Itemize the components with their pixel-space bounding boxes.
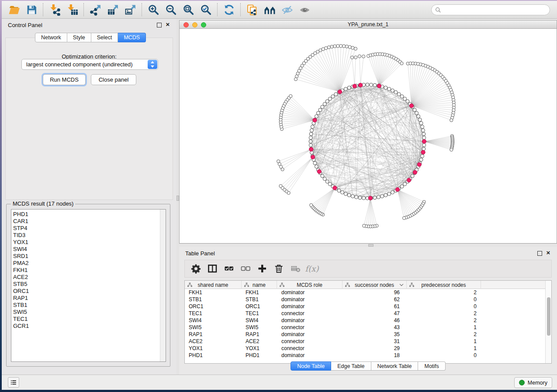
mcds-list-scrollbar[interactable]: [160, 210, 166, 361]
delete-column-icon[interactable]: [270, 262, 287, 276]
column-header-shared-name[interactable]: shared name: [185, 281, 242, 289]
add-column-icon[interactable]: [254, 262, 270, 276]
export-table-icon[interactable]: [104, 2, 121, 17]
mcds-result-list[interactable]: PHD1CAR1STP4TID3YOX1SWI4SRD1PMA2FKH1ACE2…: [11, 209, 166, 362]
zoom-selected-icon[interactable]: [197, 2, 214, 17]
zoom-in-icon[interactable]: [145, 2, 162, 17]
graph-node: [450, 119, 453, 122]
search-input[interactable]: [441, 7, 550, 13]
deselect-all-icon[interactable]: [237, 262, 254, 276]
tab-network[interactable]: Network: [35, 33, 67, 42]
mcds-result-item[interactable]: TID3: [13, 232, 166, 239]
hide-selected-icon[interactable]: [278, 2, 296, 17]
table-row[interactable]: ACE2ACE2connector311: [185, 338, 545, 345]
export-network-icon[interactable]: [86, 2, 104, 17]
graph-node: [325, 47, 328, 50]
table-cell: connector: [277, 345, 343, 352]
mcds-result-item[interactable]: RAP1: [13, 295, 166, 302]
close-panel-icon[interactable]: ×: [164, 21, 171, 28]
mcds-result-item[interactable]: SWI4: [13, 246, 166, 253]
show-all-icon[interactable]: [296, 2, 313, 17]
table-cell: 2: [407, 310, 481, 317]
tab-select[interactable]: Select: [91, 33, 118, 42]
mcds-result-item[interactable]: SRD1: [13, 253, 166, 260]
mcds-result-item[interactable]: PHD1: [13, 211, 166, 218]
table-row[interactable]: PHD1PHD1dominator180: [185, 352, 545, 359]
mcds-result-item[interactable]: FKH1: [13, 267, 166, 274]
tab-mcds[interactable]: MCDS: [118, 33, 146, 42]
network-graph[interactable]: [180, 29, 557, 243]
mcds-result-item[interactable]: SWI5: [13, 309, 166, 316]
float-panel-icon[interactable]: [537, 251, 542, 256]
mcds-result-item[interactable]: GCR1: [13, 323, 166, 330]
graph-node: [328, 97, 332, 100]
table-row[interactable]: SWI5SWI5connector431: [185, 324, 545, 331]
task-history-button[interactable]: [8, 377, 19, 388]
search-box[interactable]: [431, 4, 550, 15]
horizontal-splitter[interactable]: [179, 244, 557, 247]
settings-gear-icon[interactable]: [187, 262, 204, 276]
table-cell: connector: [277, 338, 343, 345]
criterion-select[interactable]: largest connected component (undirected): [21, 59, 158, 70]
table-cell: dominator: [277, 289, 343, 296]
tab-network-table[interactable]: Network Table: [371, 361, 419, 371]
mcds-result-item[interactable]: YOX1: [13, 239, 166, 246]
control-panel-tabs: Network Style Select MCDS: [35, 33, 146, 42]
table-row[interactable]: STB1STB1dominator620: [185, 296, 545, 303]
tab-motifs[interactable]: Motifs: [418, 361, 445, 371]
mcds-result-item[interactable]: STB1: [13, 302, 166, 309]
table-row[interactable]: SWI4SWI4dominator462: [185, 317, 545, 324]
network-canvas[interactable]: [180, 29, 557, 243]
graph-node: [387, 87, 391, 91]
window-minimize-icon[interactable]: [192, 22, 197, 28]
tab-node-table[interactable]: Node Table: [291, 361, 331, 371]
graph-node: [415, 111, 419, 115]
table-body: FKH1FKH1dominator962STB1STB1dominator620…: [185, 289, 545, 359]
import-network-icon[interactable]: [46, 2, 63, 17]
zoom-out-icon[interactable]: [162, 2, 180, 17]
save-session-icon[interactable]: [23, 2, 40, 17]
mcds-result-item[interactable]: STB5: [13, 281, 166, 288]
column-header-MCDS-role[interactable]: MCDS role: [277, 281, 343, 289]
tab-edge-table[interactable]: Edge Table: [331, 361, 371, 371]
graph-node: [350, 56, 353, 59]
table-row[interactable]: TEC1TEC1connector472: [185, 310, 545, 317]
splitter-handle[interactable]: [176, 196, 179, 201]
zoom-fit-icon[interactable]: [180, 2, 197, 17]
column-selector-icon[interactable]: [204, 262, 221, 276]
table-row[interactable]: ORC1ORC1dominator610: [185, 303, 545, 310]
window-close-icon[interactable]: [183, 22, 189, 28]
mcds-result-item[interactable]: ACE2: [13, 274, 166, 281]
splitter-handle[interactable]: [368, 244, 374, 247]
table-row[interactable]: RAP1RAP1dominator352: [185, 331, 545, 338]
import-table-icon[interactable]: [63, 2, 81, 17]
mcds-result-item[interactable]: PMA2: [13, 260, 166, 267]
mcds-result-item[interactable]: STP4: [13, 225, 166, 232]
copy-network-icon[interactable]: [243, 2, 261, 17]
tab-style[interactable]: Style: [67, 33, 91, 42]
close-panel-icon[interactable]: ×: [545, 249, 552, 257]
select-all-icon[interactable]: [221, 262, 237, 276]
graph-node: [384, 193, 387, 197]
table-row[interactable]: YOX1YOX1connector291: [185, 345, 545, 352]
column-header-predecessor-nodes[interactable]: predecessor nodes: [407, 281, 481, 289]
run-mcds-button[interactable]: Run MCDS: [43, 74, 86, 85]
memory-button[interactable]: Memory: [514, 377, 552, 388]
window-maximize-icon[interactable]: [201, 22, 206, 28]
graph-node: [339, 45, 343, 48]
close-panel-button[interactable]: Close panel: [91, 74, 136, 85]
open-file-icon[interactable]: [5, 2, 23, 17]
table-scrollbar[interactable]: [545, 281, 551, 363]
column-header-successor-nodes[interactable]: successor nodes: [343, 281, 407, 289]
export-image-icon[interactable]: [121, 2, 139, 17]
binoculars-icon[interactable]: [261, 2, 278, 17]
table-row[interactable]: FKH1FKH1dominator962: [185, 289, 545, 296]
mcds-result-item[interactable]: ORC1: [13, 288, 166, 295]
graph-satellite-nodes[interactable]: [277, 45, 456, 228]
float-panel-icon[interactable]: [157, 23, 162, 28]
column-header-name[interactable]: name: [242, 281, 277, 289]
mcds-result-item[interactable]: TEC1: [13, 316, 166, 323]
refresh-icon[interactable]: [220, 2, 238, 17]
scrollbar-thumb[interactable]: [547, 297, 550, 336]
mcds-result-item[interactable]: CAR1: [13, 218, 166, 225]
